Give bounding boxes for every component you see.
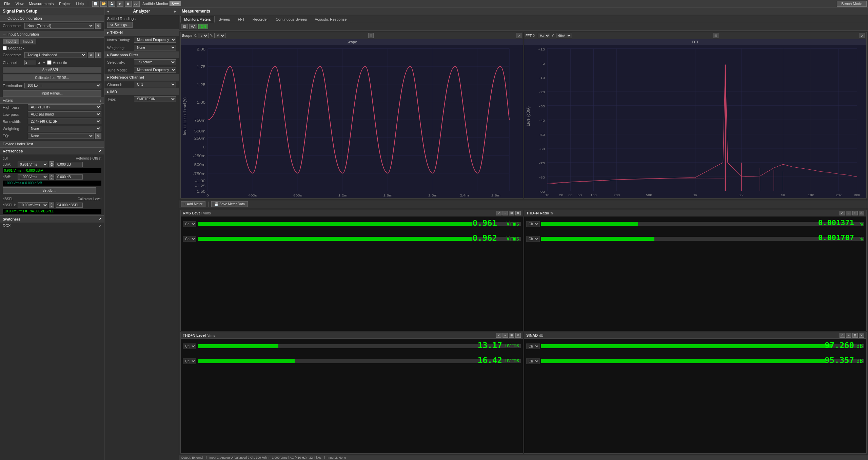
dbspl1-down[interactable]: ▼ [50,205,54,208]
thdn-level-expand[interactable]: ⤢ [496,333,501,338]
thdn-level-ch2-select[interactable]: Ch2 ▼ [183,358,196,364]
dbra-down[interactable]: ▼ [50,164,54,167]
rms-ch1-select[interactable]: Ch1 ▼ [183,221,196,227]
fft-fullscreen[interactable]: ⤢ [860,33,865,38]
input-connector-select[interactable]: Analog Unbalanced [24,52,86,58]
connector-select[interactable]: None (External) [24,23,94,29]
sinad-ch1-select[interactable]: Ch1 ▼ [526,343,540,349]
scope-fullscreen[interactable]: ⤢ [516,33,521,38]
loopback-check[interactable] [3,46,7,50]
sinad-close[interactable]: ✕ [859,333,864,338]
settings-btn[interactable]: ⚙ Settings... [107,22,133,28]
highpass-select[interactable]: AC (<10 Hz) [28,104,101,110]
thdn-ratio-minimize[interactable]: − [846,211,851,215]
dbrb-offset-input[interactable] [56,174,83,180]
input2-tab[interactable]: Input 2 [20,39,37,44]
thdn-level-close[interactable]: ✕ [515,333,521,338]
sinad-settings[interactable]: ⊞ [852,333,858,338]
dbra-select[interactable]: 0.961 Vrms [18,162,48,167]
menu-file[interactable]: File [1,1,13,6]
scope-x-select[interactable]: s [198,33,209,38]
sinad-minimize[interactable]: − [846,333,851,338]
toolbar-icon-aa[interactable]: AA [133,1,140,7]
set-dbspl-btn[interactable]: Set dBSPL... [3,67,101,73]
dbrb-down[interactable]: ▼ [50,177,54,180]
menu-measurements[interactable]: Measurements [26,1,56,6]
monitor-icon[interactable]: 🖥 [181,24,188,29]
rms-close[interactable]: ✕ [515,211,521,215]
thdn-level-ch1-select[interactable]: Ch1 ▼ [183,343,196,349]
dbrb-up[interactable]: ▲ [50,174,54,177]
analyzer-expand-right[interactable]: ▸ [174,9,176,13]
thdn-ratio-expand[interactable]: ⤢ [840,211,845,215]
thdn-level-settings[interactable]: ⊞ [509,333,514,338]
tab-recorder[interactable]: Recorder [249,16,272,23]
toolbar-icon-save[interactable]: 💾 [108,1,115,7]
tab-fft[interactable]: FFT [234,16,249,23]
thdn-weighting-select[interactable]: None [134,45,176,50]
channel-select[interactable]: Ch1 [134,82,176,87]
toolbar-icon-new[interactable]: 📄 [92,1,99,7]
menu-help[interactable]: Help [73,1,86,6]
bandwidth-select[interactable]: 22.4k (48 kHz SR) [28,119,101,124]
add-meter-btn[interactable]: + Add Meter [181,201,205,207]
eq-gear[interactable]: ⚙ [95,133,101,139]
tab-sweep[interactable]: Sweep [215,16,234,23]
bench-mode-btn[interactable]: Bench Mode [837,1,867,7]
analyzer-expand-left[interactable]: ◂ [107,9,109,13]
tune-select[interactable]: Measured Frequency [134,67,176,73]
input-connector-gear[interactable]: ⚙ [88,52,94,58]
thdn-ratio-close[interactable]: ✕ [859,211,864,215]
fft-y-select[interactable]: dBrA [556,33,572,38]
rms-expand[interactable]: ⤢ [496,211,501,215]
connector-gear[interactable]: ⚙ [95,23,101,29]
imd-type-select[interactable]: SMPTE/DIN [134,96,176,102]
calibrate-btn[interactable]: Calibrate from TEDS... [3,75,101,81]
audible-monitor-off-btn[interactable]: OFF [170,1,181,6]
sinad-ch2-select[interactable]: Ch2 ▼ [526,358,540,364]
dbspl1-up[interactable]: ▲ [50,202,54,205]
thdn-ratio-settings[interactable]: ⊞ [852,211,858,215]
dbra-up[interactable]: ▲ [50,161,54,164]
input1-tab[interactable]: Input 1 [3,39,19,44]
thdn-level-minimize[interactable]: − [502,333,508,338]
notch-select[interactable]: Measured Frequency [134,37,176,43]
tab-monitors-meters[interactable]: Monitors/Meters [180,16,215,23]
input-range-btn[interactable]: Input Range... [3,90,101,97]
scope-y-select[interactable]: V [214,33,225,38]
dbrb-select[interactable]: 1.000 Vrms [18,174,48,180]
lowpass-select[interactable]: ADC passband [28,111,101,117]
weighting-select[interactable]: None [28,126,101,131]
menu-project[interactable]: Project [56,1,73,6]
dbra-offset-input[interactable] [56,162,83,167]
on-indicator[interactable]: ON [198,24,208,29]
references-expand[interactable]: ↗ [98,149,101,153]
fft-expand[interactable]: ⊞ [713,33,718,38]
thdn-ratio-ch1-select[interactable]: Ch1 ▼ [526,221,540,227]
scope-expand[interactable]: ⊞ [368,33,374,38]
termination-select[interactable]: 100 kohm [24,83,101,88]
save-meter-btn[interactable]: 💾 Save Meter Data [211,201,248,207]
up-arrow[interactable]: ▲ [38,61,41,64]
channels-input[interactable] [24,60,36,65]
input-connector-info[interactable]: ℹ [95,52,101,58]
acoustic-check[interactable] [47,60,52,65]
switchers-expand[interactable]: ↗ [98,217,101,222]
rms-ch2-select[interactable]: Ch2 ▼ [183,236,196,242]
sinad-expand[interactable]: ⤢ [840,333,845,338]
rms-settings[interactable]: ⊞ [509,211,514,215]
filters-expand[interactable]: ↕ [100,99,101,102]
set-dbr-btn[interactable]: Set dBr... [3,187,96,194]
toolbar-icon-run[interactable]: ▶ [117,1,123,7]
fft-x-select[interactable]: Hz [538,33,550,38]
rms-minimize[interactable]: − [502,211,508,215]
aa-btn[interactable]: AA [189,24,197,29]
dbspl1-cal-input[interactable] [56,203,83,208]
toolbar-icon-open[interactable]: 📂 [100,1,107,7]
tab-continuous-sweep[interactable]: Continuous Sweep [272,16,311,23]
menu-view[interactable]: View [13,1,26,6]
eq-select[interactable]: None [28,133,94,139]
tab-acoustic-response[interactable]: Acoustic Response [311,16,350,23]
toolbar-icon-stop[interactable]: ⏹ [125,1,132,7]
thdn-ratio-ch2-select[interactable]: Ch2 ▼ [526,236,540,242]
